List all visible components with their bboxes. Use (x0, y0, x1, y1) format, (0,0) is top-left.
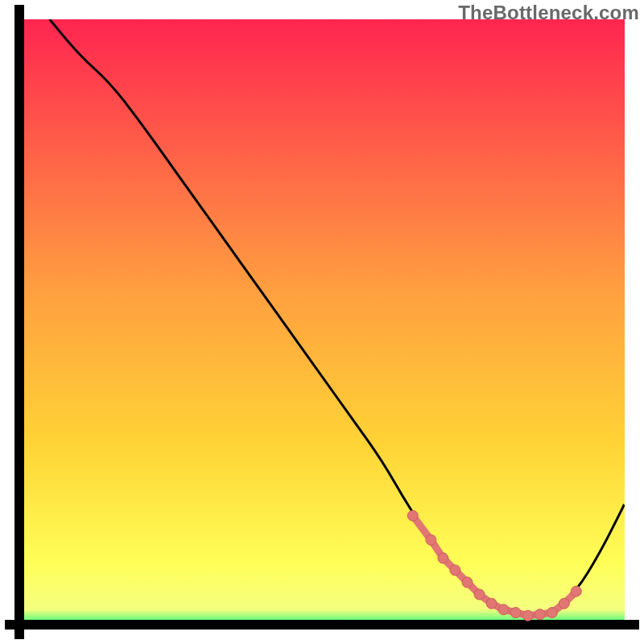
marker-dot (438, 553, 448, 564)
marker-dot (498, 605, 509, 615)
marker-dot (426, 535, 436, 545)
marker-dot (571, 586, 581, 597)
chart-canvas (0, 0, 644, 644)
marker-dot (474, 589, 485, 600)
marker-dot (535, 609, 545, 620)
marker-dot (510, 608, 521, 618)
watermark-text: TheBottleneck.com (458, 2, 639, 24)
marker-dot (462, 577, 473, 588)
marker-dot (547, 608, 557, 618)
marker-dot (486, 598, 497, 609)
heat-background (19, 19, 625, 625)
bottleneck-chart: TheBottleneck.com (0, 0, 644, 644)
marker-dot (450, 565, 460, 576)
marker-dot (559, 598, 569, 609)
marker-dot (522, 610, 533, 621)
marker-dot (407, 510, 418, 521)
